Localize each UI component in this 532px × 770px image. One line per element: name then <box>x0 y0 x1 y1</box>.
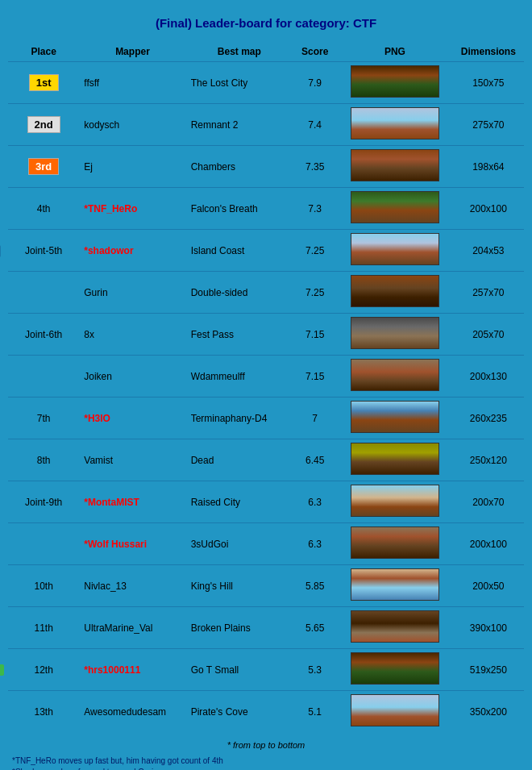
place-badge-2nd: 2nd <box>27 116 60 133</box>
bestmap-cell: Pirate's Cove <box>186 691 293 733</box>
score-cell: 6.3 <box>293 481 337 523</box>
place-text: Joint-6th <box>25 329 62 340</box>
map-image <box>351 191 439 223</box>
place-text: 11th <box>34 622 52 634</box>
table-row: JoikenWdammeulff7.15200x130 <box>8 356 524 397</box>
leaderboard-table: Place Mapper Best map Score PNG Dimensio… <box>8 42 524 732</box>
score-cell: 7.25 <box>293 272 337 314</box>
table-row: ^ 67th*H3lOTerminaphany-D47260x235 <box>8 397 524 439</box>
place-text: 4th <box>37 203 51 214</box>
map-image <box>351 233 439 265</box>
bestmap-cell: Dead <box>186 439 293 481</box>
place-text: 13th <box>34 706 52 718</box>
place-text: Joint-5th <box>25 245 62 256</box>
table-row: ^ 2*Wolf Hussari3sUdGoi6.3200x100 <box>8 523 524 565</box>
bestmap-cell: Fest Pass <box>186 314 293 356</box>
place-badge-1st: 1st <box>29 74 59 91</box>
mapper-cell: ffsff <box>79 62 185 104</box>
bestmap-cell: Falcon's Breath <box>186 188 293 230</box>
png-thumbnail <box>337 565 452 607</box>
dimensions-cell: 200x100 <box>453 523 524 565</box>
table-row: 3rdEjChambers7.35198x64 <box>8 146 524 188</box>
dimensions-cell: 260x235 <box>453 397 524 439</box>
footnote-section: * from top to bottom *TNF_HeRo moves up … <box>12 740 520 770</box>
table-row: ^ 0.5Joint-5th*shadoworIsland Coast7.252… <box>8 230 524 272</box>
score-cell: 7.15 <box>293 356 337 397</box>
table-row: 10thNivlac_13King's Hill5.85200x50 <box>8 565 524 607</box>
table-row: ^ 54th*TNF_HeRoFalcon's Breath7.3200x100 <box>8 188 524 230</box>
bestmap-cell: 3sUdGoi <box>186 523 293 565</box>
map-image <box>351 568 439 601</box>
map-image <box>351 401 439 433</box>
page-title: (Final) Leader-board for category: CTF <box>0 16 532 30</box>
png-thumbnail <box>337 649 452 691</box>
bestmap-cell: Remnant 2 <box>186 104 293 146</box>
png-thumbnail <box>337 607 452 649</box>
mapper-cell: Vamist <box>79 439 185 481</box>
mapper-cell: Joiken <box>79 356 185 397</box>
table-row: 1stffsffThe Lost City7.9150x75 <box>8 62 524 104</box>
col-bestmap: Best map <box>186 42 293 62</box>
bestmap-cell: The Lost City <box>186 62 293 104</box>
map-image <box>351 65 439 98</box>
score-cell: 7.15 <box>293 314 337 356</box>
dimensions-cell: 200x130 <box>453 356 524 397</box>
dimensions-cell: 390x100 <box>453 607 524 649</box>
bestmap-cell: Raised City <box>186 481 293 523</box>
mapper-cell: Awesomedudesam <box>79 691 185 733</box>
png-thumbnail <box>337 481 452 523</box>
png-thumbnail <box>337 188 452 230</box>
table-row: Joint-6th8xFest Pass7.15205x70 <box>8 314 524 356</box>
map-image <box>351 527 439 559</box>
map-image <box>351 652 439 685</box>
mapper-cell: 8x <box>79 314 185 356</box>
map-image <box>351 610 439 643</box>
map-image <box>351 275 439 307</box>
bestmap-cell: Chambers <box>186 146 293 188</box>
dimensions-cell: 519x250 <box>453 649 524 691</box>
png-thumbnail <box>337 439 452 481</box>
col-png: PNG <box>337 42 452 62</box>
score-cell: 5.85 <box>293 565 337 607</box>
bestmap-cell: Broken Plains <box>186 607 293 649</box>
place-text: 7th <box>37 413 51 424</box>
col-mapper: Mapper <box>79 42 185 62</box>
mapper-cell: kodysch <box>79 104 185 146</box>
table-row: GurinDouble-sided7.25257x70 <box>8 272 524 314</box>
table-row: 13thAwesomedudesamPirate's Cove5.1350x20… <box>8 691 524 733</box>
dimensions-cell: 275x70 <box>453 104 524 146</box>
map-image <box>351 359 439 391</box>
place-text: Joint-9th <box>25 497 62 508</box>
dimensions-cell: 250x120 <box>453 439 524 481</box>
map-image <box>351 443 439 475</box>
png-thumbnail <box>337 691 452 733</box>
png-thumbnail <box>337 104 452 146</box>
col-score: Score <box>293 42 337 62</box>
score-cell: 6.45 <box>293 439 337 481</box>
score-cell: 7.4 <box>293 104 337 146</box>
mapper-cell: Ej <box>79 146 185 188</box>
mapper-cell: *hrs1000111 <box>79 649 185 691</box>
score-cell: 6.3 <box>293 523 337 565</box>
footnote-marker: * from top to bottom <box>12 740 520 750</box>
bestmap-cell: Double-sided <box>186 272 293 314</box>
score-cell: 7 <box>293 397 337 439</box>
bestmap-cell: Wdammeulff <box>186 356 293 397</box>
place-text: 10th <box>34 581 52 592</box>
side-label: ^ 0.5 <box>0 245 1 257</box>
png-thumbnail <box>337 356 452 397</box>
dimensions-cell: 257x70 <box>453 272 524 314</box>
score-cell: 5.3 <box>293 649 337 691</box>
mapper-cell: Nivlac_13 <box>79 565 185 607</box>
score-cell: 7.3 <box>293 188 337 230</box>
mapper-cell: *MontaMIST <box>79 481 185 523</box>
score-cell: 5.65 <box>293 607 337 649</box>
png-thumbnail <box>337 397 452 439</box>
score-cell: 7.25 <box>293 230 337 272</box>
map-image <box>351 149 439 181</box>
png-thumbnail <box>337 146 452 188</box>
mapper-cell: UltraMarine_Val <box>79 607 185 649</box>
mapper-cell: *TNF_HeRo <box>79 188 185 230</box>
bestmap-cell: Go T Small <box>186 649 293 691</box>
mapper-cell: *H3lO <box>79 397 185 439</box>
